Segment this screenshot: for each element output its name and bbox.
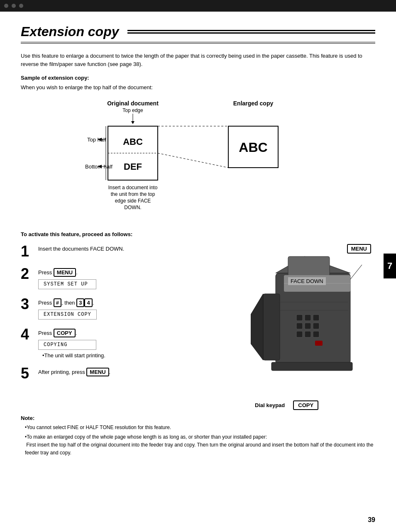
svg-marker-3 — [131, 121, 134, 124]
svg-text:ABC: ABC — [123, 137, 143, 147]
diagram-svg: Original document Top edge ABC DEF Top h — [21, 97, 311, 222]
step-3-number: 3 — [21, 297, 33, 312]
dial-keypad-label: Dial keypad — [255, 402, 285, 408]
top-bar — [0, 0, 396, 12]
steps-area: 1 Insert the documents FACE DOWN. 2 Pres… — [21, 244, 375, 410]
sample-subtext: When you wish to enlarge the top half of… — [21, 84, 375, 90]
svg-rect-39 — [263, 294, 280, 360]
step-4-bullet: •The unit will start printing. — [38, 352, 238, 359]
step-1-number: 1 — [21, 244, 33, 259]
svg-text:edge side FACE: edge side FACE — [115, 198, 151, 204]
note-bullet-1: •You cannot select FINE or HALF TONE res… — [21, 424, 375, 432]
step-5-text: After printing, press MENU. — [38, 368, 238, 376]
svg-text:Bottom half: Bottom half — [85, 164, 112, 170]
step-3-content: Press #, then 34. EXTENSION COPY — [38, 297, 238, 320]
sample-header: Sample of extension copy: — [21, 75, 375, 81]
page-title: Extension copy — [21, 24, 375, 44]
step-4-display: COPYING — [38, 340, 96, 350]
svg-rect-29 — [296, 315, 303, 321]
chapter-tab: 7 — [384, 254, 396, 278]
intro-paragraph: Use this feature to enlarge a document t… — [21, 52, 375, 68]
step-4-text: Press COPY. — [38, 329, 238, 337]
step-2-display: SYSTEM SET UP — [38, 279, 96, 289]
svg-rect-27 — [288, 256, 330, 277]
step-1: 1 Insert the documents FACE DOWN. — [21, 244, 238, 259]
menu-key-2: MENU — [86, 368, 109, 376]
step-4: 4 Press COPY. COPYING •The unit will sta… — [21, 327, 238, 359]
key-4: 4 — [84, 298, 92, 307]
svg-text:Enlarged copy: Enlarged copy — [233, 100, 274, 107]
svg-rect-34 — [313, 323, 319, 329]
note-section: Note: •You cannot select FINE or HALF TO… — [21, 414, 375, 457]
svg-rect-30 — [305, 315, 311, 321]
step-1-content: Insert the documents FACE DOWN. — [38, 244, 238, 254]
title-decoration — [127, 30, 376, 34]
svg-text:DEF: DEF — [124, 161, 142, 172]
note-bullet-2: •To make an enlarged copy of the whole p… — [21, 433, 375, 457]
svg-rect-38 — [315, 341, 323, 346]
steps-header: To activate this feature, proceed as fol… — [21, 231, 375, 237]
step-5-number: 5 — [21, 366, 33, 381]
hash-key: # — [54, 298, 61, 307]
svg-text:Original document: Original document — [107, 100, 159, 107]
svg-text:the unit from the top: the unit from the top — [111, 191, 155, 197]
step-3-text: Press #, then 34. — [38, 298, 238, 307]
page-number: 39 — [368, 516, 375, 524]
svg-text:Insert a document into: Insert a document into — [108, 185, 158, 190]
step-4-number: 4 — [21, 327, 33, 342]
step-3-display: EXTENSION COPY — [38, 310, 97, 320]
svg-rect-37 — [313, 331, 319, 337]
step-2-content: Press MENU. SYSTEM SET UP — [38, 266, 238, 289]
key-3: 3 — [76, 298, 84, 307]
step-5-content: After printing, press MENU. — [38, 366, 238, 379]
step-5: 5 After printing, press MENU. — [21, 366, 238, 381]
svg-rect-45 — [271, 362, 352, 371]
svg-text:Top half: Top half — [87, 137, 106, 143]
step-2: 2 Press MENU. SYSTEM SET UP — [21, 266, 238, 289]
copy-key: COPY — [54, 329, 76, 337]
svg-rect-35 — [296, 331, 303, 337]
top-bar-decoration — [4, 4, 23, 8]
steps-list: 1 Insert the documents FACE DOWN. 2 Pres… — [21, 244, 238, 410]
step-4-content: Press COPY. COPYING •The unit will start… — [38, 327, 238, 359]
diagram-section: Original document Top edge ABC DEF Top h — [21, 97, 375, 223]
face-down-label: FACE DOWN — [288, 277, 326, 285]
printer-illustration — [251, 252, 367, 393]
svg-rect-33 — [305, 323, 311, 329]
svg-marker-40 — [251, 294, 263, 360]
svg-line-41 — [350, 265, 362, 279]
step-2-text: Press MENU. — [38, 268, 238, 277]
svg-text:ABC: ABC — [239, 140, 267, 155]
svg-rect-32 — [296, 323, 303, 329]
menu-key: MENU — [54, 268, 76, 277]
copy-button-label: COPY — [293, 400, 318, 410]
printer-area: MENU — [251, 244, 375, 410]
svg-rect-36 — [305, 331, 311, 337]
svg-line-20 — [158, 153, 228, 168]
svg-rect-31 — [313, 315, 319, 321]
title-text: Extension copy — [21, 24, 119, 39]
chapter-number: 7 — [387, 261, 392, 271]
step-3: 3 Press #, then 34. EXTENSION COPY — [21, 297, 238, 320]
note-header: Note: — [21, 414, 375, 423]
bottom-printer-labels: Dial keypad COPY — [255, 400, 318, 410]
step-1-text: Insert the documents FACE DOWN. — [38, 246, 238, 252]
svg-text:Top edge: Top edge — [122, 107, 143, 113]
svg-text:DOWN.: DOWN. — [124, 205, 141, 210]
step-2-number: 2 — [21, 266, 33, 281]
